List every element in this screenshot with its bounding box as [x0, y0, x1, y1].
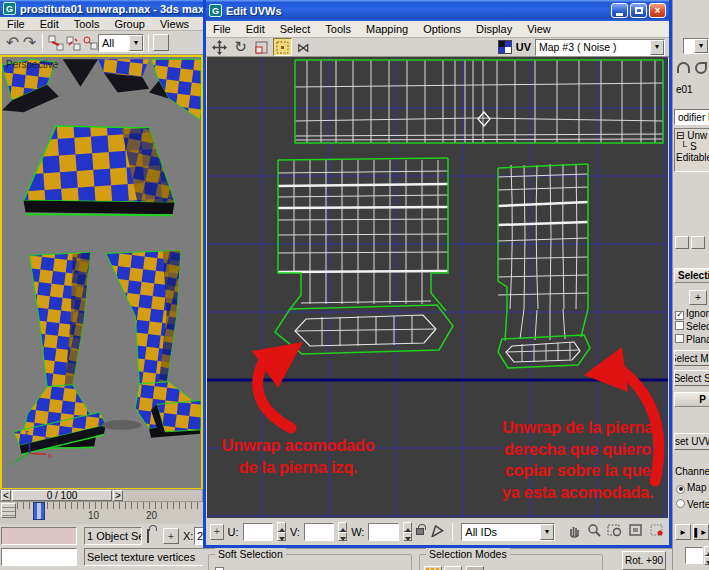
- maxscript-mini-listener-pink[interactable]: [1, 527, 77, 545]
- menu-file[interactable]: File: [7, 18, 25, 30]
- select-element-checkbox[interactable]: Select E: [675, 321, 709, 332]
- map-selector-dropdown[interactable]: Map #3 ( Noise ) ▾: [535, 39, 665, 56]
- right-leg-uv-mesh[interactable]: [498, 164, 590, 368]
- uvw-titlebar[interactable]: G Edit UVWs ×: [206, 0, 669, 21]
- toolbar-separator: [42, 34, 43, 52]
- frame-number-field[interactable]: [685, 547, 703, 564]
- uvw-menu-select[interactable]: Select: [280, 23, 311, 35]
- time-slider-button[interactable]: 0 / 100: [12, 490, 112, 501]
- u-spinner[interactable]: [277, 522, 286, 541]
- id-filter-dropdown[interactable]: All IDs ▾: [461, 523, 555, 541]
- uvw-menu-file[interactable]: File: [213, 23, 231, 35]
- bind-spacewarp-icon[interactable]: [81, 34, 98, 51]
- select-and-link-icon[interactable]: [47, 34, 64, 51]
- zoom-region-icon[interactable]: [607, 523, 623, 540]
- uv-canvas[interactable]: Unwrap acomodado de la pierna izq. Unwra…: [207, 57, 668, 518]
- undo-icon[interactable]: ↶: [4, 34, 21, 51]
- named-selection-arrow-icon[interactable]: ▾: [694, 39, 708, 53]
- viewport-label[interactable]: Perspective: [6, 59, 58, 70]
- zoom-to-selection-icon[interactable]: [649, 523, 665, 540]
- uvw-menu-options[interactable]: Options: [423, 23, 461, 35]
- w-spinner[interactable]: [403, 522, 412, 541]
- left-leg-uv-mesh[interactable]: [275, 158, 453, 354]
- frame-spinner[interactable]: [704, 546, 709, 565]
- perspective-viewport[interactable]: x y z Perspective: [0, 55, 203, 490]
- ignore-backfacing-checkbox[interactable]: ✓Ignore B: [675, 308, 709, 320]
- named-selection-dropdown[interactable]: ▾: [683, 38, 709, 54]
- face-mode-icon[interactable]: [466, 566, 484, 570]
- maxscript-mini-listener-white[interactable]: [1, 548, 77, 566]
- rotate-plus90-button[interactable]: Rot. +90: [622, 551, 666, 570]
- selection-rollout-header[interactable]: Selecti: [674, 268, 709, 283]
- v-input[interactable]: [304, 523, 334, 541]
- w-input[interactable]: [368, 523, 398, 541]
- mirror-tool-icon[interactable]: ⋈: [294, 38, 313, 56]
- uvw-menu-tools[interactable]: Tools: [325, 23, 351, 35]
- menu-edit[interactable]: Edit: [40, 18, 59, 30]
- uvw-menu-edit[interactable]: Edit: [246, 23, 265, 35]
- uvw-menu-mapping[interactable]: Mapping: [366, 23, 408, 35]
- uv-space-label[interactable]: UV: [516, 41, 531, 53]
- redo-icon[interactable]: ↷: [21, 34, 38, 51]
- menu-group[interactable]: Group: [114, 18, 145, 30]
- minimize-button[interactable]: [611, 3, 628, 18]
- timeline-next-button[interactable]: >: [113, 490, 123, 501]
- dropdown-arrow-icon[interactable]: ▾: [129, 35, 143, 51]
- tree-minus-icon[interactable]: ⊟: [676, 130, 684, 141]
- modifier-list-dropdown[interactable]: odifier List: [674, 109, 709, 125]
- reset-uvws-button[interactable]: eset UVW: [674, 433, 709, 450]
- stack-showend-icon[interactable]: [691, 236, 705, 249]
- rotate-tool-icon[interactable]: ↻: [231, 38, 250, 56]
- time-slider-marker[interactable]: [33, 502, 45, 520]
- next-frame-button[interactable]: ▌►: [693, 524, 709, 540]
- pan-hand-icon[interactable]: [567, 523, 582, 540]
- command-tab2-icon[interactable]: [695, 62, 707, 74]
- selection-filter-dropdown[interactable]: All ▾: [98, 34, 144, 52]
- lock-selection-icon[interactable]: [416, 528, 425, 535]
- selection-modes-label: Selection Modes: [426, 548, 510, 560]
- plus-button[interactable]: +: [689, 290, 707, 305]
- show-map-icon[interactable]: [498, 40, 512, 54]
- stack-item-sub[interactable]: └ S: [676, 141, 708, 152]
- v-spinner[interactable]: [338, 522, 347, 541]
- absolute-mode-icon[interactable]: +: [163, 528, 179, 544]
- track-bar[interactable]: 10 20: [0, 502, 203, 524]
- annotation-right-line3: copiar sobre la que: [485, 460, 668, 482]
- planar-angle-checkbox[interactable]: Planar A: [675, 334, 709, 345]
- unlink-icon[interactable]: [64, 34, 81, 51]
- vertex-mode-icon[interactable]: [424, 566, 442, 570]
- mini-curve-editor-icon[interactable]: [1, 503, 16, 518]
- stack-item-unwrap[interactable]: ⊟ Unw: [676, 130, 708, 141]
- scale-tool-icon[interactable]: [252, 38, 271, 56]
- uvw-menu-view[interactable]: View: [527, 23, 551, 35]
- top-strip-mesh[interactable]: [295, 60, 663, 143]
- command-tab-icon[interactable]: [677, 62, 690, 73]
- id-filter-arrow-icon[interactable]: ▾: [540, 524, 554, 540]
- play-button[interactable]: ►: [675, 524, 691, 540]
- partial-toolbutton[interactable]: [153, 34, 169, 51]
- vertex-color-radio[interactable]: Vertex: [676, 499, 709, 510]
- map-dropdown-arrow-icon[interactable]: ▾: [650, 40, 664, 55]
- parameters-rollout-header[interactable]: P: [674, 392, 709, 407]
- close-button[interactable]: ×: [649, 3, 666, 18]
- stack-item-editable[interactable]: Editable: [676, 152, 708, 163]
- menu-tools[interactable]: Tools: [74, 18, 100, 30]
- edge-mode-icon[interactable]: [444, 566, 462, 570]
- select-sg-button[interactable]: Select S: [674, 370, 709, 386]
- maximize-button[interactable]: [630, 3, 647, 18]
- object-name-field[interactable]: e01: [676, 84, 693, 95]
- zoom-icon[interactable]: [587, 523, 602, 540]
- absolute-typein-icon[interactable]: +: [210, 524, 224, 540]
- stack-pin-icon[interactable]: [675, 236, 689, 249]
- move-tool-icon[interactable]: [210, 38, 229, 56]
- selection-lock-icon[interactable]: [147, 529, 149, 543]
- freeform-mode-icon[interactable]: [273, 38, 292, 56]
- select-matid-button[interactable]: Select Ma: [674, 350, 709, 366]
- zoom-extents-icon[interactable]: [628, 523, 644, 540]
- flatten-icon[interactable]: [428, 524, 444, 539]
- uvw-menu-display[interactable]: Display: [476, 23, 512, 35]
- map-channel-radio[interactable]: Map Ch: [676, 482, 709, 494]
- menu-views[interactable]: Views: [160, 18, 189, 30]
- u-input[interactable]: [243, 523, 273, 541]
- timeline-prev-button[interactable]: <: [1, 490, 11, 501]
